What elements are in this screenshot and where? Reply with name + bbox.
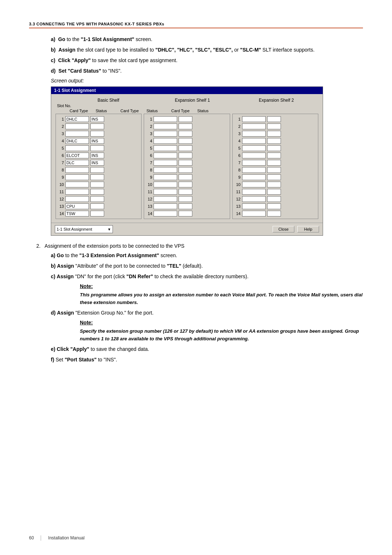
card-type-input[interactable] xyxy=(242,138,266,144)
status-input[interactable] xyxy=(90,131,104,137)
card-type-input[interactable] xyxy=(154,167,177,173)
card-type-input[interactable] xyxy=(242,123,266,129)
card-type-input[interactable] xyxy=(242,182,266,187)
status-input[interactable] xyxy=(179,116,192,122)
status-input[interactable] xyxy=(90,145,104,151)
card-type-input[interactable] xyxy=(242,167,266,173)
card-type-input[interactable] xyxy=(154,123,177,129)
page-footer: 60 │ Installation Manual xyxy=(29,535,85,540)
status-input[interactable] xyxy=(179,167,192,173)
card-type-input[interactable] xyxy=(65,160,89,166)
exp1-status-header: Status xyxy=(143,109,162,113)
status-input[interactable] xyxy=(179,182,192,187)
status-input[interactable] xyxy=(90,116,104,122)
card-type-input[interactable] xyxy=(242,211,266,216)
card-type-input[interactable] xyxy=(242,160,266,166)
status-input[interactable] xyxy=(90,153,104,158)
status-input[interactable] xyxy=(267,138,281,144)
status-input[interactable] xyxy=(179,196,192,202)
card-type-input[interactable] xyxy=(154,211,177,216)
card-type-input[interactable] xyxy=(242,196,266,202)
status-input[interactable] xyxy=(267,145,281,151)
status-input[interactable] xyxy=(267,189,281,195)
card-type-input[interactable] xyxy=(154,160,177,166)
status-input[interactable] xyxy=(179,211,192,216)
table-row: 6 xyxy=(235,152,316,159)
card-type-input[interactable] xyxy=(242,153,266,158)
card-type-input[interactable] xyxy=(65,131,89,137)
status-input[interactable] xyxy=(90,196,104,202)
card-type-input[interactable] xyxy=(154,189,177,195)
status-input[interactable] xyxy=(179,174,192,180)
status-input[interactable] xyxy=(179,123,192,129)
card-type-input[interactable] xyxy=(242,116,266,122)
card-type-input[interactable] xyxy=(65,138,89,144)
dropdown-arrow-icon: ▼ xyxy=(107,227,111,231)
status-input[interactable] xyxy=(267,182,281,187)
status-input[interactable] xyxy=(90,160,104,166)
card-type-input[interactable] xyxy=(65,123,89,129)
status-input[interactable] xyxy=(90,138,104,144)
card-type-input[interactable] xyxy=(65,203,89,209)
card-type-input[interactable] xyxy=(154,138,177,144)
manual-name: Installation Manual xyxy=(48,535,85,540)
card-type-input[interactable] xyxy=(65,116,89,122)
status-input[interactable] xyxy=(267,153,281,158)
step-2-number: 2. xyxy=(36,243,41,249)
status-input[interactable] xyxy=(267,131,281,137)
card-type-input[interactable] xyxy=(65,182,89,187)
status-input[interactable] xyxy=(179,203,192,209)
step-c: c) Click "Apply" to save the slot card t… xyxy=(51,57,363,64)
card-type-input[interactable] xyxy=(65,174,89,180)
status-input[interactable] xyxy=(267,167,281,173)
status-input[interactable] xyxy=(179,153,192,158)
table-row: 10 xyxy=(146,181,227,188)
card-type-input[interactable] xyxy=(154,145,177,151)
card-type-input[interactable] xyxy=(154,203,177,209)
card-type-input[interactable] xyxy=(242,131,266,137)
card-type-input[interactable] xyxy=(65,189,89,195)
status-input[interactable] xyxy=(90,123,104,129)
card-type-input[interactable] xyxy=(65,153,89,158)
card-type-input[interactable] xyxy=(65,145,89,151)
help-button[interactable]: Help xyxy=(297,226,319,232)
card-type-input[interactable] xyxy=(154,116,177,122)
status-input[interactable] xyxy=(267,203,281,209)
status-input[interactable] xyxy=(267,160,281,166)
close-button[interactable]: Close xyxy=(273,226,294,232)
table-row: 13 xyxy=(58,203,139,210)
status-input[interactable] xyxy=(267,116,281,122)
status-input[interactable] xyxy=(179,160,192,166)
card-type-input[interactable] xyxy=(154,174,177,180)
status-input[interactable] xyxy=(267,123,281,129)
card-type-input[interactable] xyxy=(154,196,177,202)
status-input[interactable] xyxy=(179,145,192,151)
card-type-input[interactable] xyxy=(242,203,266,209)
card-type-input[interactable] xyxy=(65,211,89,216)
status-input[interactable] xyxy=(267,174,281,180)
card-type-input[interactable] xyxy=(65,196,89,202)
page-number: 60 xyxy=(29,535,34,540)
status-input[interactable] xyxy=(179,189,192,195)
card-type-input[interactable] xyxy=(242,189,266,195)
status-input[interactable] xyxy=(267,196,281,202)
card-type-input[interactable] xyxy=(154,153,177,158)
status-input[interactable] xyxy=(90,211,104,216)
status-input[interactable] xyxy=(90,182,104,187)
status-input[interactable] xyxy=(90,167,104,173)
status-input[interactable] xyxy=(267,211,281,216)
card-type-input[interactable] xyxy=(154,182,177,187)
status-input[interactable] xyxy=(179,131,192,137)
table-row: 8 xyxy=(235,166,316,174)
status-input[interactable] xyxy=(179,138,192,144)
status-input[interactable] xyxy=(90,203,104,209)
card-type-input[interactable] xyxy=(242,145,266,151)
card-type-input[interactable] xyxy=(65,167,89,173)
status-input[interactable] xyxy=(90,174,104,180)
footer-dropdown[interactable]: 1-1 Slot Assignment ▼ xyxy=(55,225,113,233)
status-input[interactable] xyxy=(90,189,104,195)
table-row: 14 xyxy=(235,210,316,217)
table-row: 9 xyxy=(58,174,139,181)
card-type-input[interactable] xyxy=(242,174,266,180)
card-type-input[interactable] xyxy=(154,131,177,137)
